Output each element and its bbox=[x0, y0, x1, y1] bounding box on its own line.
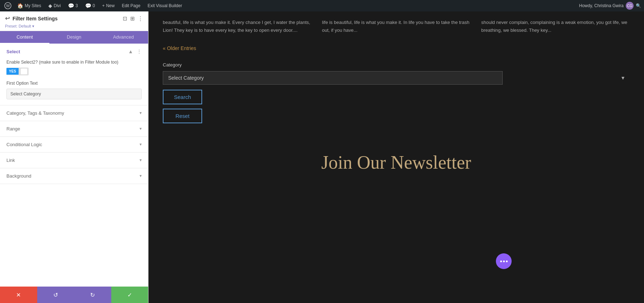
wp-logo[interactable]: W bbox=[3, 1, 13, 11]
main-layout: ↩ Filter Item Settings ⊡ ⊞ ⋮ Preset: Def… bbox=[0, 11, 644, 303]
background-chevron-icon: ▾ bbox=[140, 173, 142, 178]
section-conditional-logic-header[interactable]: Conditional Logic ▾ bbox=[0, 137, 148, 152]
range-chevron-icon: ▾ bbox=[140, 126, 142, 131]
section-select-title: Select bbox=[6, 49, 20, 54]
toggle-select2[interactable]: YES bbox=[6, 68, 29, 75]
panel-header: ↩ Filter Item Settings ⊡ ⊞ ⋮ Preset: Def… bbox=[0, 11, 148, 31]
home-icon: 🏠 bbox=[17, 3, 23, 9]
section-range: Range ▾ bbox=[0, 121, 148, 137]
fullscreen-icon[interactable]: ⊡ bbox=[123, 15, 127, 22]
panel-title-row: ↩ Filter Item Settings bbox=[5, 15, 58, 22]
page-content: beautiful, life is what you make it. Eve… bbox=[148, 11, 644, 187]
category-tags-chevron-icon: ▾ bbox=[140, 110, 142, 115]
back-icon[interactable]: ↩ bbox=[5, 15, 10, 22]
section-more-icon[interactable]: ⋮ bbox=[137, 49, 142, 54]
section-select: Select ▲ ⋮ Enable Select2? (make sure to… bbox=[0, 44, 148, 105]
admin-bar-new[interactable]: + New bbox=[99, 0, 117, 11]
dot3 bbox=[506, 260, 508, 262]
redo-icon: ↻ bbox=[90, 292, 95, 298]
admin-bar-comments[interactable]: 💬 3 bbox=[65, 0, 81, 11]
undo-button[interactable]: ↺ bbox=[37, 287, 74, 303]
admin-bar-divi[interactable]: ◆ Divi bbox=[45, 0, 64, 11]
section-link-header[interactable]: Link ▾ bbox=[0, 153, 148, 168]
reset-button[interactable]: Reset bbox=[163, 109, 202, 123]
older-entries-link[interactable]: « Older Entries bbox=[163, 45, 196, 51]
filter-select-wrapper: Select Category ▼ bbox=[163, 71, 630, 85]
section-range-header[interactable]: Range ▾ bbox=[0, 121, 148, 136]
admin-bar-howdy: Howdy, Christina Gwira CG 🔍 bbox=[579, 2, 641, 10]
panel-tabs: Content Design Advanced bbox=[0, 31, 148, 44]
cancel-icon: ✕ bbox=[16, 292, 21, 298]
first-option-input[interactable] bbox=[6, 89, 142, 99]
newsletter-section: Join Our Newsletter bbox=[163, 138, 630, 180]
section-background-title: Background bbox=[6, 173, 31, 179]
panel-preset[interactable]: Preset: Default ▾ bbox=[5, 24, 143, 29]
redo-button[interactable]: ↻ bbox=[74, 287, 111, 303]
toggle-row: YES bbox=[6, 68, 142, 75]
conditional-logic-chevron-icon: ▾ bbox=[140, 142, 142, 147]
comment-icon: 💬 bbox=[68, 3, 74, 9]
select-arrow-icon: ▼ bbox=[620, 75, 625, 81]
avatar: CG bbox=[626, 2, 634, 10]
comment2-icon: 💬 bbox=[85, 3, 91, 9]
section-select-body: Enable Select2? (make sure to enable in … bbox=[0, 59, 148, 105]
admin-bar: W 🏠 My Sites ◆ Divi 💬 3 💬 0 + New Edit P… bbox=[0, 0, 644, 11]
section-category-tags-header[interactable]: Category, Tags & Taxonomy ▾ bbox=[0, 105, 148, 121]
blog-posts: beautiful, life is what you make it. Eve… bbox=[163, 19, 630, 34]
section-select-icons: ▲ ⋮ bbox=[128, 49, 142, 54]
search-button[interactable]: Search bbox=[163, 90, 202, 104]
link-chevron-icon: ▾ bbox=[140, 158, 142, 163]
older-entries: « Older Entries bbox=[163, 45, 630, 51]
section-link: Link ▾ bbox=[0, 153, 148, 168]
enable-select2-label: Enable Select2? (make sure to enable in … bbox=[6, 59, 142, 65]
search-icon[interactable]: 🔍 bbox=[636, 3, 641, 8]
section-category-tags-title: Category, Tags & Taxonomy bbox=[6, 110, 64, 116]
section-conditional-logic: Conditional Logic ▾ bbox=[0, 137, 148, 153]
blog-post-1: life is beautiful, life is what you make… bbox=[322, 19, 470, 34]
filter-buttons: Search Reset bbox=[163, 90, 630, 123]
admin-bar-comments2[interactable]: 💬 0 bbox=[82, 0, 98, 11]
dot1 bbox=[500, 260, 502, 262]
save-button[interactable]: ✓ bbox=[111, 287, 148, 303]
filter-category-label: Category bbox=[163, 62, 630, 68]
chat-bubble[interactable] bbox=[496, 253, 512, 269]
left-panel: ↩ Filter Item Settings ⊡ ⊞ ⋮ Preset: Def… bbox=[0, 11, 148, 303]
svg-text:W: W bbox=[6, 4, 10, 8]
toggle-yes-label: YES bbox=[6, 68, 19, 75]
dot2 bbox=[503, 260, 505, 262]
section-link-title: Link bbox=[6, 158, 15, 163]
panel-bottom: ✕ ↺ ↻ ✓ bbox=[0, 287, 148, 303]
cancel-button[interactable]: ✕ bbox=[0, 287, 37, 303]
save-icon: ✓ bbox=[127, 292, 132, 298]
admin-bar-exit-vb[interactable]: Exit Visual Builder bbox=[145, 0, 185, 11]
panel-icons: ⊡ ⊞ ⋮ bbox=[123, 15, 143, 22]
toggle-handle bbox=[19, 68, 29, 75]
section-background-header[interactable]: Background ▾ bbox=[0, 168, 148, 184]
admin-bar-edit-page[interactable]: Edit Page bbox=[119, 0, 143, 11]
section-background: Background ▾ bbox=[0, 168, 148, 184]
admin-bar-mysites[interactable]: 🏠 My Sites bbox=[14, 0, 44, 11]
layout-icon[interactable]: ⊞ bbox=[130, 15, 135, 22]
blog-post-0: beautiful, life is what you make it. Eve… bbox=[163, 19, 311, 34]
section-chevron-up-icon[interactable]: ▲ bbox=[128, 49, 133, 54]
section-category-tags: Category, Tags & Taxonomy ▾ bbox=[0, 105, 148, 121]
blog-post-2: should never complain, complaining is a … bbox=[481, 19, 630, 34]
more-icon[interactable]: ⋮ bbox=[138, 15, 143, 22]
section-range-title: Range bbox=[6, 126, 20, 131]
divi-icon: ◆ bbox=[48, 3, 52, 9]
tab-content[interactable]: Content bbox=[0, 31, 49, 44]
newsletter-title: Join Our Newsletter bbox=[163, 152, 630, 173]
tab-design[interactable]: Design bbox=[49, 31, 99, 44]
panel-content: Select ▲ ⋮ Enable Select2? (make sure to… bbox=[0, 44, 148, 287]
first-option-text-label: First Option Text bbox=[6, 80, 142, 86]
undo-icon: ↺ bbox=[53, 292, 58, 298]
filter-widget: Category Select Category ▼ Search Reset bbox=[163, 62, 630, 123]
chat-bubble-dots bbox=[500, 260, 508, 262]
section-select-header[interactable]: Select ▲ ⋮ bbox=[0, 44, 148, 59]
filter-select[interactable]: Select Category bbox=[163, 71, 503, 85]
section-conditional-logic-title: Conditional Logic bbox=[6, 142, 42, 147]
right-panel: beautiful, life is what you make it. Eve… bbox=[148, 11, 644, 303]
panel-title-text: Filter Item Settings bbox=[13, 16, 58, 21]
tab-advanced[interactable]: Advanced bbox=[99, 31, 148, 44]
